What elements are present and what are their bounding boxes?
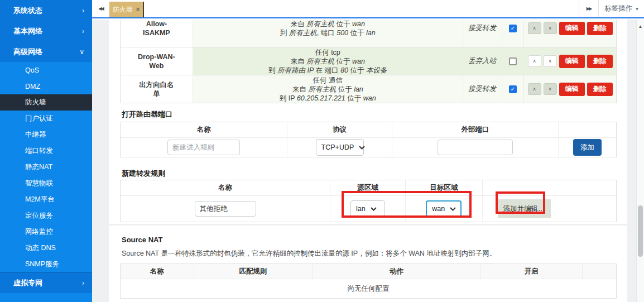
sidebar-item-smart-iot[interactable]: 智慧物联 [0,175,92,191]
edit-button[interactable]: 编辑 [559,83,585,96]
dst-zone-select[interactable]: wan [426,200,462,217]
tab-bar-spacer [144,0,579,17]
rule-action: 接受转发 [463,20,502,47]
protocol-select[interactable]: TCP+UDP [316,139,364,156]
table-row: Drop-WAN-Web 任何 tcp 来自 所有主机 位于 wan 到 所有路… [121,47,616,75]
enable-checkbox[interactable] [509,25,517,32]
delete-button[interactable]: 删除 [587,22,613,35]
rule-action: 丢弃入站 [463,47,502,75]
add-button[interactable]: 添加 [573,139,602,156]
tab-scroll-left-button[interactable]: ◀◀ [92,0,109,17]
sidebar-item-location-service[interactable]: 定位服务 [0,208,92,224]
tab-label: 防火墙 [112,5,132,15]
edit-button[interactable]: 编辑 [559,55,585,68]
column-header-action: 动作 [313,264,480,279]
column-header-match: 匹配规则 [194,264,313,279]
move-down-button[interactable]: ∨ [544,22,557,34]
section-title-source-nat: Source NAT [122,236,162,244]
rule-name: 出方向白名单 [121,75,193,103]
column-header-actions [583,264,616,279]
tab-firewall[interactable]: 防火墙 × [109,2,144,17]
section-title-new-forward: 新建转发规则 [122,169,165,179]
rule-match: 任何 通信 来自 所有主机 位于 lan 到 IP 60.205.217.221… [193,75,463,103]
rule-name: Drop-WAN-Web [121,47,193,75]
move-down-button[interactable]: ∨ [544,55,557,67]
tab-scroll-right-button[interactable]: ▶▶ [579,0,598,17]
move-down-button[interactable]: ∨ [544,83,557,95]
tab-actions-label: 标签操作 [604,4,632,13]
tab-actions-menu[interactable]: 标签操作 ▾ [598,0,644,17]
move-up-button[interactable]: ∧ [528,83,541,95]
delete-button[interactable]: 删除 [587,55,613,68]
chevron-down-icon: ∨ [79,48,84,56]
new-rule-name-input[interactable] [167,140,240,155]
firewall-panel: Allow-ISAKMP 来自 所有主机 位于 wan 到 所有主机, 端口 5… [109,20,627,224]
chevron-right-icon: › [82,27,84,35]
sidebar-item-snmp-service[interactable]: SNMP服务 [0,256,92,272]
source-nat-table: 名称 匹配规则 动作 开启 尚无任何配置 [120,263,617,299]
open-ports-table: 名称 协议 外部端口 TCP+UDP 添加 [120,122,617,157]
sidebar-item-qos[interactable]: QoS [0,62,92,78]
content-area: Allow-ISAKMP 来自 所有主机 位于 wan 到 所有主机, 端口 5… [92,20,644,302]
rule-match: 来自 所有主机 位于 wan 到 所有主机, 端口 500 位于 lan [193,20,463,47]
sidebar-item-repeater[interactable]: 中继器 [0,127,92,143]
src-zone-select[interactable]: lan [350,200,385,217]
close-icon[interactable]: × [136,6,140,13]
rule-name: Allow-ISAKMP [121,20,193,47]
move-up-button[interactable]: ∧ [528,22,541,34]
sidebar-item-label: 虚拟专网 [13,278,42,288]
sidebar-item-port-forward[interactable]: 端口转发 [0,143,92,159]
column-header-name: 名称 [121,264,194,279]
table-row: Allow-ISAKMP 来自 所有主机 位于 wan 到 所有主机, 端口 5… [121,20,616,47]
scroll-up-icon[interactable]: ▲ [637,24,644,29]
column-header-external-port: 外部端口 [392,122,559,138]
sidebar-item-static-nat[interactable]: 静态NAT [0,159,92,175]
chevron-right-icon: › [82,279,84,287]
src-zone-select-value: lan [356,205,366,213]
source-nat-panel: Source NAT Source NAT 是一种特殊形式的封包伪装，它允许精细… [109,226,627,302]
enable-checkbox[interactable] [509,57,517,65]
empty-state-text: 尚无任何配置 [121,279,616,298]
scrollbar-thumb[interactable] [638,205,643,257]
sidebar-item-portal-auth[interactable]: 门户认证 [0,111,92,127]
external-port-input[interactable] [438,140,513,155]
sidebar-submenu: QoS DMZ 防火墙 门户认证 中继器 端口转发 静态NAT 智慧物联 M2M… [0,62,92,272]
chevron-down-icon [359,146,365,150]
chevron-right-icon: › [82,7,84,15]
sidebar-item-dmz[interactable]: DMZ [0,78,92,94]
column-header-protocol: 协议 [287,122,392,138]
sidebar-item-vpn[interactable]: 虚拟专网 › [0,272,92,293]
column-header-actions [559,122,616,138]
sidebar-item-m2m-platform[interactable]: M2M平台 [0,191,92,208]
tab-bar: ◀◀ 防火墙 × ▶▶ 标签操作 ▾ [92,0,644,18]
sidebar-item-label: 高级网络 [13,47,42,57]
add-and-edit-button[interactable]: 添加并编辑… [498,199,551,218]
enable-checkbox[interactable] [509,85,517,93]
rule-action: 接受转发 [463,75,502,103]
forward-name-input[interactable] [195,201,256,217]
delete-button[interactable]: 删除 [587,83,613,96]
sidebar-item-label: 系统状态 [13,6,42,16]
sidebar-item-system-status[interactable]: 系统状态 › [0,0,92,21]
sidebar-item-advanced-network[interactable]: 高级网络 ∨ [0,41,92,62]
sidebar-item-basic-network[interactable]: 基本网络 › [0,21,92,41]
vertical-scrollbar[interactable]: ▲ [636,20,644,302]
chevron-down-icon [371,207,377,211]
sidebar-item-label: 基本网络 [13,26,42,36]
traffic-rules-table: Allow-ISAKMP 来自 所有主机 位于 wan 到 所有主机, 端口 5… [120,20,617,103]
source-nat-description: Source NAT 是一种特殊形式的封包伪装，它允许精细的控制传出流量的源 I… [122,249,496,258]
sidebar-item-network-monitor[interactable]: 网络监控 [0,224,92,240]
column-header-enable: 开启 [481,264,583,279]
sidebar-item-firewall[interactable]: 防火墙 [0,94,92,111]
sidebar: 系统状态 › 基本网络 › 高级网络 ∨ QoS DMZ 防火墙 门户认证 中继… [0,0,92,302]
column-header-name: 名称 [121,122,287,138]
double-right-arrow-icon: ▶▶ [587,6,591,11]
sidebar-item-dynamic-dns[interactable]: 动态 DNS [0,240,92,256]
edit-button[interactable]: 编辑 [559,22,585,35]
section-title-open-ports: 打开路由器端口 [122,109,172,119]
chevron-down-icon [450,207,456,211]
rule-match: 任何 tcp 来自 所有主机 位于 wan 到 所有路由 IP 在 端口 80 … [193,47,463,75]
move-up-button[interactable]: ∧ [528,55,541,67]
column-header-name: 名称 [121,180,330,196]
column-header-src-zone: 源区域 [330,180,406,196]
